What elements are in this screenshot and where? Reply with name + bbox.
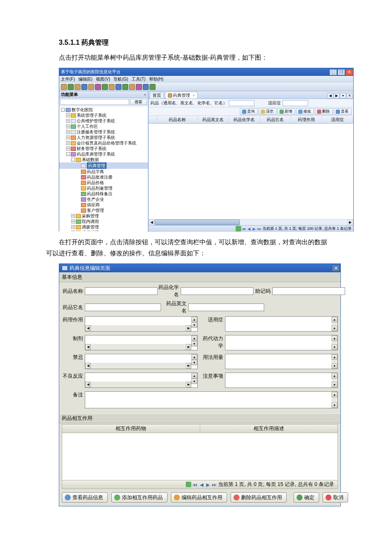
tree-node[interactable]: 客户管理 [59, 208, 148, 213]
expand-icon[interactable]: + [66, 113, 70, 117]
refresh-icon[interactable] [236, 226, 241, 231]
tree-node[interactable]: +会计核算及药品价格管理子系统 [59, 140, 148, 146]
tree-node[interactable]: 药品特殊备注 [59, 191, 148, 197]
tree-node[interactable]: -数字化医院 [59, 107, 148, 113]
interaction-grid-body[interactable] [62, 433, 337, 480]
view-drug-info-button[interactable]: 查看药品信息 [62, 492, 108, 503]
dialog-close-button[interactable]: ✕ [332, 265, 340, 272]
grid-col[interactable]: 药品名称 [157, 116, 198, 123]
grid-col[interactable]: 药品化学名 [229, 116, 260, 123]
add-button[interactable]: 新增 [277, 108, 295, 115]
tree-node[interactable]: +采购管理 [59, 213, 148, 219]
scrollbar-h[interactable]: ◀▶ [85, 325, 191, 331]
expand-icon[interactable]: + [66, 141, 70, 145]
toolbar-icon[interactable] [129, 84, 135, 90]
tab-close-icon[interactable]: × [193, 93, 195, 98]
ok-button[interactable]: 确定 [294, 492, 319, 503]
maximize-button[interactable]: ❐ [337, 69, 345, 75]
menu-tools[interactable]: 工具(T) [132, 76, 146, 82]
expand-icon[interactable]: + [66, 147, 70, 150]
expand-icon[interactable]: + [71, 225, 75, 229]
expand-icon[interactable]: - [61, 108, 65, 112]
next-page-icon[interactable]: ▶ [252, 227, 257, 231]
scrollbar-h[interactable]: ◀▶ [85, 382, 191, 387]
toolbar-icon[interactable] [115, 84, 121, 90]
toolbar-icon[interactable] [68, 84, 74, 90]
delete-interaction-button[interactable]: 删除药品相互作用 [231, 492, 287, 503]
edit-interaction-button[interactable]: 编辑药品相互作用 [171, 492, 227, 503]
menu-view[interactable]: 视图(V) [96, 76, 110, 82]
tree-node[interactable]: 药品字典 [59, 169, 148, 174]
tree-node[interactable]: 生产企业 [59, 197, 148, 202]
tree-node[interactable]: 药典管理 [59, 162, 148, 169]
toolbar-icon[interactable] [88, 84, 94, 90]
scrollbar-v[interactable]: ▲▼ [191, 317, 197, 325]
scrollbar-v[interactable]: ▲▼ [191, 335, 197, 344]
toolbar-icon[interactable] [81, 84, 87, 90]
minimize-button[interactable]: _ [329, 69, 337, 75]
scrollbar-v[interactable]: ▲▼ [191, 373, 197, 382]
scrollbar-v[interactable]: ▲▼ [331, 392, 337, 408]
tree-node[interactable]: +财务管理子系统 [59, 146, 148, 151]
menu-file[interactable]: 文件(F) [61, 76, 75, 82]
input-chem-name[interactable] [181, 287, 254, 295]
scrollbar-h[interactable]: ◀▶ [85, 344, 191, 350]
grid-col[interactable]: 药品英文名 [198, 116, 229, 123]
tree-node[interactable]: +公共维护管理子系统 [59, 118, 148, 124]
tab-prev-button[interactable]: ◀ [327, 93, 333, 98]
toolbar-icon[interactable] [95, 84, 101, 90]
tab-active[interactable]: 药典管理 × [165, 92, 198, 98]
expand-icon[interactable]: + [66, 136, 70, 139]
textarea-remark[interactable] [85, 391, 338, 408]
menu-edit[interactable]: 编辑(E) [78, 76, 92, 82]
expand-icon[interactable]: + [66, 119, 70, 123]
tree-node[interactable]: 供应商 [59, 202, 148, 208]
tree-node[interactable]: 药品批准注册 [59, 174, 148, 180]
grid-col[interactable]: 适用症 [322, 116, 353, 123]
grid-col[interactable]: 药品它名 [260, 116, 291, 123]
search-button[interactable]: 查询 [240, 108, 258, 115]
filter-input-name[interactable] [229, 100, 254, 106]
tab-next-button[interactable]: ▶ [334, 93, 340, 98]
toolbar-icon[interactable] [143, 84, 149, 90]
input-drug-name[interactable] [85, 287, 158, 295]
input-en-name[interactable] [188, 304, 265, 311]
tab-close-all-button[interactable]: ✕ [346, 93, 352, 98]
first-page-icon[interactable]: ⏮ [242, 227, 246, 231]
tree-node[interactable]: +报损管理 [59, 230, 148, 231]
textarea-dosage[interactable] [225, 354, 338, 369]
toolbar-icon[interactable] [136, 84, 142, 90]
tab-home[interactable]: 首页 [150, 92, 164, 98]
toolbar-icon[interactable] [109, 84, 115, 90]
scrollbar-v[interactable]: ▲▼ [331, 335, 337, 350]
scrollbar-v[interactable]: ▲▼ [191, 354, 197, 363]
textarea-kinetic[interactable] [225, 335, 338, 350]
delete-button[interactable]: 删除 [315, 108, 333, 115]
view-button[interactable]: 查看 [334, 108, 352, 115]
expand-icon[interactable]: - [71, 158, 75, 162]
tree-search-input[interactable] [60, 99, 129, 105]
menu-help[interactable]: 帮助(H) [149, 76, 164, 82]
collapse-button[interactable]: « [144, 92, 146, 97]
cancel-button[interactable]: 取消 [323, 492, 348, 503]
grid-body[interactable]: ◀ ▶ [149, 124, 353, 225]
tree-node[interactable]: 药品价格 [59, 180, 148, 185]
add-interaction-button[interactable]: 添加相互作用药品 [111, 492, 167, 503]
tree-node[interactable]: -基础数据 [59, 157, 148, 162]
input-other-name[interactable] [85, 304, 161, 311]
last-page-icon[interactable]: ⏭ [257, 227, 262, 231]
edit-button[interactable]: 修改 [296, 108, 314, 115]
expand-icon[interactable]: + [71, 231, 75, 231]
expand-icon[interactable]: + [66, 130, 70, 134]
toolbar-icon[interactable] [122, 84, 128, 90]
toolbar-icon[interactable] [75, 84, 81, 90]
expand-icon[interactable]: + [71, 214, 75, 218]
tree-search-button[interactable]: 搜索 [130, 99, 147, 105]
close-button[interactable]: ✕ [346, 69, 353, 75]
first-page-icon[interactable]: ⏮ [193, 482, 198, 487]
tree-node[interactable]: +调拨管理 [59, 224, 148, 230]
function-tree[interactable]: -数字化医院+系统管理子系统+公共维护管理子系统+个人工作区+注册服务管理子系统… [59, 106, 148, 232]
inter-col-drug[interactable]: 相互作用药物 [62, 425, 200, 433]
horizontal-scrollbar[interactable]: ◀ ▶ [149, 219, 353, 225]
next-page-icon[interactable]: ▶ [205, 482, 210, 487]
